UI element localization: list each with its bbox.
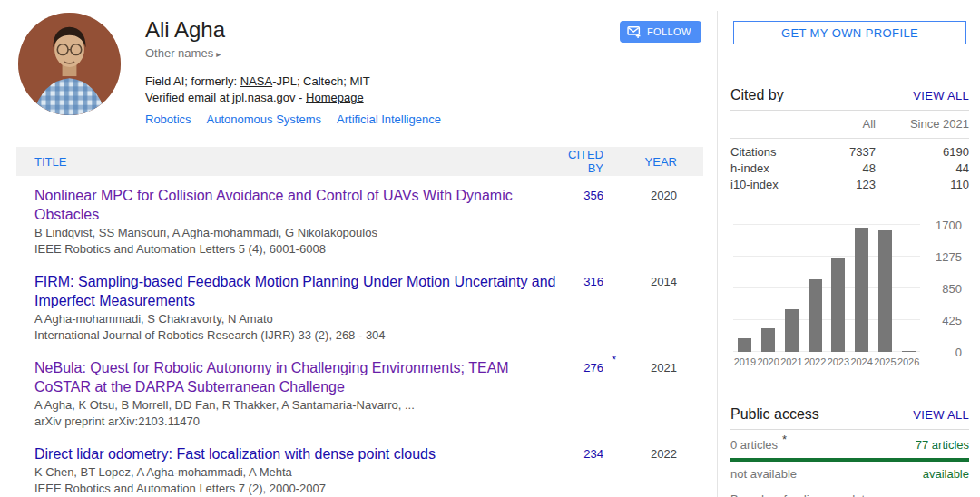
publication-title-link[interactable]: FIRM: Sampling-based Feedback Motion Pla… xyxy=(34,274,556,308)
sort-by-citations[interactable]: CITED BY xyxy=(556,148,603,175)
stats-label: i10-index xyxy=(730,177,810,193)
chart-y-tick-label: 1275 xyxy=(936,250,962,264)
publication-title-link[interactable]: Direct lidar odometry: Fast localization… xyxy=(34,446,436,462)
get-my-own-profile-button[interactable]: GET MY OWN PROFILE xyxy=(733,21,966,44)
cited-by-view-all-link[interactable]: VIEW ALL xyxy=(913,89,969,102)
cited-by-title[interactable]: Cited by xyxy=(730,87,784,103)
chevron-right-icon: ▸ xyxy=(216,49,220,59)
stats-row-h-index: h-index4844 xyxy=(730,161,969,177)
page-title: Ali Agha xyxy=(145,16,599,44)
publication-info: Nonlinear MPC for Collision Avoidance an… xyxy=(34,186,556,257)
avatar[interactable] xyxy=(18,13,121,115)
interest-links: RoboticsAutonomous SystemsArtificial Int… xyxy=(145,112,599,126)
verified-email: Verified email at jpl.nasa.gov - Homepag… xyxy=(145,90,599,106)
interest-link-robotics[interactable]: Robotics xyxy=(145,112,191,126)
publication-venue: IEEE Robotics and Automation Letters 5 (… xyxy=(34,241,556,257)
cited-by-count-link[interactable]: 356 xyxy=(583,189,603,202)
public-access-header: Public access VIEW ALL xyxy=(730,406,969,423)
stats-all-value: 7337 xyxy=(810,144,876,161)
other-names-toggle[interactable]: Other names▸ xyxy=(145,46,599,60)
affiliation-link[interactable]: NASA xyxy=(240,74,272,88)
publication-authors: A Agha-mohammadi, S Chakravorty, N Amato xyxy=(34,311,556,326)
publication-row: NeBula: Quest for Robotic Autonomy in Ch… xyxy=(16,348,703,434)
chart-bar-2024[interactable] xyxy=(855,228,868,352)
public-access-progress-bar[interactable] xyxy=(730,458,969,462)
chart-x-tick-label: 2025 xyxy=(874,356,897,367)
publication-row: FIRM: Sampling-based Feedback Motion Pla… xyxy=(16,262,703,348)
chart-y-tick-label: 1700 xyxy=(936,219,962,232)
sort-by-title[interactable]: TITLE xyxy=(34,155,556,169)
asterisk-icon: * xyxy=(782,433,787,446)
cited-by-count-link[interactable]: 276 xyxy=(583,361,603,375)
year-cell: 2022 xyxy=(603,444,677,461)
citation-stats-header: All Since 2021 xyxy=(730,116,969,139)
publications-table-header: TITLE CITED BY YEAR xyxy=(16,147,703,176)
publication-venue: IEEE Robotics and Automation Letters 7 (… xyxy=(34,481,556,496)
stats-col-since: Since 2021 xyxy=(876,116,969,132)
cited-by-cell: 234 xyxy=(556,444,603,461)
stats-label: h-index xyxy=(730,161,810,177)
sidebar: GET MY OWN PROFILE Cited by VIEW ALL All… xyxy=(717,0,980,497)
available-label: available xyxy=(923,467,969,481)
public-access-title[interactable]: Public access xyxy=(730,406,819,423)
other-names-label: Other names xyxy=(145,46,213,60)
public-access-view-all-link[interactable]: VIEW ALL xyxy=(913,408,969,422)
chart-y-axis: 042585012751700 xyxy=(920,225,962,352)
chart-x-tick-label: 2022 xyxy=(803,356,827,367)
affiliation: Field AI; formerly: NASA-JPL; Caltech; M… xyxy=(145,73,599,90)
stats-all-value: 123 xyxy=(810,177,876,193)
public-access-counts: 0 articles* 77 articles xyxy=(730,438,969,452)
chart-bar-2020[interactable] xyxy=(761,328,775,352)
interest-link-artificial-intelligence[interactable]: Artificial Intelligence xyxy=(337,112,441,126)
stats-row-citations: Citations73376190 xyxy=(730,144,969,161)
chart-x-tick-label: 2024 xyxy=(850,356,874,367)
chart-bar-2025[interactable] xyxy=(878,230,892,352)
cited-by-count-link[interactable]: 316 xyxy=(583,275,603,288)
chart-bar-2026[interactable] xyxy=(902,351,916,353)
chart-bar-2022[interactable] xyxy=(808,279,822,352)
cited-by-cell: 356 xyxy=(556,186,603,202)
sort-by-year[interactable]: YEAR xyxy=(603,155,677,169)
publication-info: Direct lidar odometry: Fast localization… xyxy=(34,444,556,496)
affiliation-text: Field AI; formerly: xyxy=(145,74,240,88)
publication-authors: B Lindqvist, SS Mansouri, A Agha-mohamma… xyxy=(34,225,556,240)
verified-email-text: Verified email at jpl.nasa.gov - xyxy=(145,91,306,104)
citations-chart: 042585012751700 201920202021202220232024… xyxy=(733,225,962,370)
chart-plot-area xyxy=(733,225,920,352)
chart-bar-2021[interactable] xyxy=(785,309,799,352)
scholar-profile-page: Ali Agha Other names▸ Field AI; formerly… xyxy=(0,0,980,497)
chart-y-tick-label: 0 xyxy=(956,346,962,359)
public-access-labels: not available available xyxy=(730,467,969,481)
divider xyxy=(730,429,969,430)
chart-x-tick-label: 2020 xyxy=(757,356,780,367)
publication-row: Nonlinear MPC for Collision Avoidance an… xyxy=(16,176,703,262)
interest-link-autonomous-systems[interactable]: Autonomous Systems xyxy=(207,112,321,126)
cited-by-header: Cited by VIEW ALL xyxy=(730,87,969,103)
chart-bar-2023[interactable] xyxy=(831,258,845,352)
chart-x-tick-label: 2019 xyxy=(733,356,757,367)
homepage-link[interactable]: Homepage xyxy=(306,91,364,104)
citation-stats-table: All Since 2021 Citations73376190h-index4… xyxy=(730,116,969,193)
publication-title-link[interactable]: Nonlinear MPC for Collision Avoidance an… xyxy=(34,188,513,222)
publication-authors: K Chen, BT Lopez, A Agha-mohammadi, A Me… xyxy=(34,464,556,480)
follow-button-label: FOLLOW xyxy=(647,26,691,37)
year-cell: 2014 xyxy=(603,272,677,288)
publication-info: NeBula: Quest for Robotic Autonomy in Ch… xyxy=(34,358,556,429)
cited-by-count-link[interactable]: 234 xyxy=(583,447,603,461)
stats-row-i10-index: i10-index123110 xyxy=(730,177,969,193)
chart-bar-2019[interactable] xyxy=(738,338,751,352)
publication-row: Direct lidar odometry: Fast localization… xyxy=(16,434,703,497)
publication-title-link[interactable]: NeBula: Quest for Robotic Autonomy in Ch… xyxy=(34,360,509,395)
not-available-count: 0 articles* xyxy=(730,438,778,452)
stats-label: Citations xyxy=(730,144,810,161)
not-available-label: not available xyxy=(730,467,797,481)
stats-col-all: All xyxy=(810,116,876,132)
envelope-plus-icon xyxy=(627,25,642,39)
follow-button[interactable]: FOLLOW xyxy=(620,21,701,43)
chart-y-tick-label: 850 xyxy=(942,282,962,296)
chart-y-tick-label: 425 xyxy=(942,314,962,327)
publication-info: FIRM: Sampling-based Feedback Motion Pla… xyxy=(34,272,556,343)
available-count-link[interactable]: 77 articles xyxy=(916,438,969,452)
stats-since-value: 110 xyxy=(876,177,969,193)
chart-x-tick-label: 2023 xyxy=(827,356,850,367)
